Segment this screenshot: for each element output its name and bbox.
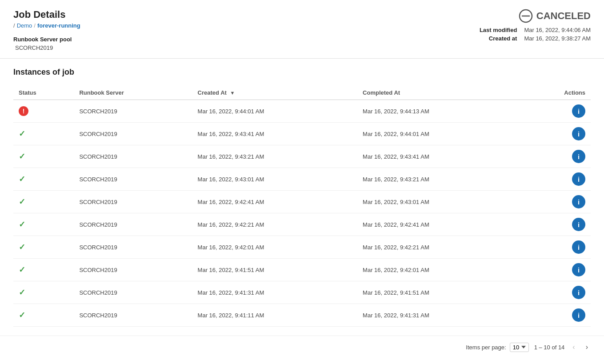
success-icon: ✓ — [19, 311, 25, 320]
cell-runbook-server: SCORCH2019 — [74, 304, 192, 327]
cell-completed-at: Mar 16, 2022, 9:44:01 AM — [357, 123, 523, 145]
breadcrumb-sep-2: / — [34, 22, 36, 29]
last-modified-label: Last modified — [480, 27, 517, 33]
info-button[interactable]: i — [572, 286, 585, 299]
status-label: CANCELED — [536, 10, 591, 22]
col-status: Status — [13, 86, 74, 100]
cell-actions: i — [523, 191, 591, 213]
success-icon: ✓ — [19, 129, 25, 138]
info-button[interactable]: i — [572, 218, 585, 231]
cell-created-at: Mar 16, 2022, 9:43:41 AM — [192, 123, 358, 145]
info-button[interactable]: i — [572, 195, 585, 208]
cell-actions: i — [523, 123, 591, 145]
table-row: !SCORCH2019Mar 16, 2022, 9:44:01 AMMar 1… — [13, 100, 591, 123]
table-row: ✓SCORCH2019Mar 16, 2022, 9:43:01 AMMar 1… — [13, 168, 591, 191]
cell-runbook-server: SCORCH2019 — [74, 100, 192, 123]
cell-completed-at: Mar 16, 2022, 9:42:41 AM — [357, 213, 523, 236]
cell-status: ✓ — [13, 236, 74, 259]
cell-status: ✓ — [13, 168, 74, 191]
cell-completed-at: Mar 16, 2022, 9:42:21 AM — [357, 236, 523, 259]
cancel-icon — [519, 9, 533, 23]
cell-status: ✓ — [13, 259, 74, 281]
table-row: ✓SCORCH2019Mar 16, 2022, 9:41:11 AMMar 1… — [13, 304, 591, 327]
success-icon: ✓ — [19, 197, 25, 206]
breadcrumb-job[interactable]: forever-running — [37, 22, 80, 29]
created-at-label: Created at — [480, 35, 517, 42]
cell-status: ✓ — [13, 145, 74, 168]
instances-table: Status Runbook Server Created At ▼ Compl… — [13, 86, 591, 327]
success-icon: ✓ — [19, 220, 25, 229]
table-row: ✓SCORCH2019Mar 16, 2022, 9:42:01 AMMar 1… — [13, 236, 591, 259]
col-actions: Actions — [523, 86, 591, 100]
runbook-value: SCORCH2019 — [13, 44, 80, 51]
table-row: ✓SCORCH2019Mar 16, 2022, 9:43:41 AMMar 1… — [13, 123, 591, 145]
cell-created-at: Mar 16, 2022, 9:41:31 AM — [192, 281, 358, 304]
success-icon: ✓ — [19, 243, 25, 252]
cell-actions: i — [523, 100, 591, 123]
cell-created-at: Mar 16, 2022, 9:42:41 AM — [192, 191, 358, 213]
cell-completed-at: Mar 16, 2022, 9:42:01 AM — [357, 259, 523, 281]
table-row: ✓SCORCH2019Mar 16, 2022, 9:41:31 AMMar 1… — [13, 281, 591, 304]
cell-runbook-server: SCORCH2019 — [74, 145, 192, 168]
next-page-button[interactable]: › — [583, 342, 591, 352]
table-row: ✓SCORCH2019Mar 16, 2022, 9:41:51 AMMar 1… — [13, 259, 591, 281]
cell-created-at: Mar 16, 2022, 9:43:01 AM — [192, 168, 358, 191]
success-icon: ✓ — [19, 152, 25, 161]
cell-status: ✓ — [13, 191, 74, 213]
meta-grid: Last modified Mar 16, 2022, 9:44:06 AM C… — [480, 27, 591, 42]
col-created-at[interactable]: Created At ▼ — [192, 86, 358, 100]
cell-status: ! — [13, 100, 74, 123]
table-header-row: Status Runbook Server Created At ▼ Compl… — [13, 86, 591, 100]
cell-status: ✓ — [13, 304, 74, 327]
cell-actions: i — [523, 281, 591, 304]
info-button[interactable]: i — [572, 263, 585, 276]
col-completed-at: Completed At — [357, 86, 523, 100]
cell-runbook-server: SCORCH2019 — [74, 191, 192, 213]
info-button[interactable]: i — [572, 127, 585, 140]
status-badge: CANCELED — [519, 9, 591, 23]
cell-runbook-server: SCORCH2019 — [74, 259, 192, 281]
cell-completed-at: Mar 16, 2022, 9:43:21 AM — [357, 168, 523, 191]
cell-completed-at: Mar 16, 2022, 9:41:51 AM — [357, 281, 523, 304]
cell-actions: i — [523, 213, 591, 236]
cell-completed-at: Mar 16, 2022, 9:43:41 AM — [357, 145, 523, 168]
page-range: 1 – 10 of 14 — [534, 344, 565, 351]
cell-status: ✓ — [13, 123, 74, 145]
table-row: ✓SCORCH2019Mar 16, 2022, 9:42:41 AMMar 1… — [13, 191, 591, 213]
runbook-section: Runbook Server pool SCORCH2019 — [13, 36, 80, 51]
success-icon: ✓ — [19, 288, 25, 297]
breadcrumb-demo[interactable]: Demo — [17, 22, 32, 29]
cell-actions: i — [523, 145, 591, 168]
success-icon: ✓ — [19, 265, 25, 274]
sort-arrow-icon: ▼ — [230, 90, 235, 96]
cell-created-at: Mar 16, 2022, 9:44:01 AM — [192, 100, 358, 123]
runbook-label: Runbook Server pool — [13, 36, 80, 43]
info-button[interactable]: i — [572, 308, 585, 322]
prev-page-button[interactable]: ‹ — [570, 342, 577, 352]
items-per-page: Items per page: 10 20 50 — [466, 343, 528, 352]
cell-status: ✓ — [13, 213, 74, 236]
info-button[interactable]: i — [572, 240, 585, 254]
per-page-select[interactable]: 10 20 50 — [510, 343, 529, 352]
cell-created-at: Mar 16, 2022, 9:41:11 AM — [192, 304, 358, 327]
breadcrumb-sep-start: / — [13, 22, 15, 29]
cell-runbook-server: SCORCH2019 — [74, 213, 192, 236]
created-at-value: Mar 16, 2022, 9:38:27 AM — [524, 35, 591, 42]
header-right: CANCELED Last modified Mar 16, 2022, 9:4… — [480, 9, 591, 42]
pagination-bar: Items per page: 10 20 50 1 – 10 of 14 ‹ … — [0, 336, 604, 358]
info-button[interactable]: i — [572, 150, 585, 163]
cell-actions: i — [523, 259, 591, 281]
breadcrumb: / Demo / forever-running — [13, 22, 80, 29]
header-section: Job Details / Demo / forever-running Run… — [0, 0, 604, 59]
success-icon: ✓ — [19, 175, 25, 184]
cell-created-at: Mar 16, 2022, 9:41:51 AM — [192, 259, 358, 281]
last-modified-value: Mar 16, 2022, 9:44:06 AM — [524, 27, 591, 33]
header-left: Job Details / Demo / forever-running Run… — [13, 9, 80, 51]
cell-created-at: Mar 16, 2022, 9:42:01 AM — [192, 236, 358, 259]
info-button[interactable]: i — [572, 172, 585, 186]
info-button[interactable]: i — [572, 104, 585, 118]
cell-created-at: Mar 16, 2022, 9:43:21 AM — [192, 145, 358, 168]
error-icon: ! — [19, 106, 28, 116]
cell-completed-at: Mar 16, 2022, 9:44:13 AM — [357, 100, 523, 123]
instances-section: Instances of job Status Runbook Server C… — [0, 59, 604, 336]
